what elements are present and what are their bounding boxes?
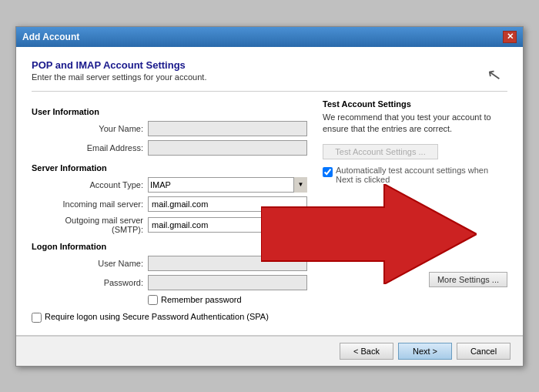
- main-layout: User Information Your Name: Email Addres…: [32, 99, 507, 323]
- spa-checkbox[interactable]: [32, 313, 42, 323]
- footer: < Back Next > Cancel: [16, 336, 523, 366]
- right-panel: Test Account Settings We recommend that …: [323, 99, 507, 323]
- test-settings-title: Test Account Settings: [323, 99, 507, 109]
- spa-row: Require logon using Secure Password Auth…: [32, 311, 307, 323]
- test-settings-button[interactable]: Test Account Settings ...: [323, 144, 438, 159]
- email-row: Email Address:: [32, 140, 307, 156]
- remember-row: Remember password: [148, 295, 307, 305]
- spa-label: Require logon using Secure Password Auth…: [45, 311, 269, 322]
- your-name-row: Your Name:: [32, 121, 307, 136]
- arrow-area: [323, 192, 507, 269]
- email-label: Email Address:: [32, 143, 143, 152]
- page-title: POP and IMAP Account Settings: [32, 59, 507, 71]
- test-settings-description: We recommend that you test your account …: [323, 112, 507, 136]
- add-account-window: Add Account ✕ POP and IMAP Account Setti…: [15, 26, 524, 367]
- outgoing-server-label: Outgoing mail server (SMTP):: [32, 216, 143, 234]
- next-button[interactable]: Next >: [398, 343, 452, 360]
- incoming-server-label: Incoming mail server:: [32, 199, 143, 209]
- your-name-input[interactable]: [148, 121, 307, 136]
- red-arrow-icon: [261, 184, 477, 284]
- back-button[interactable]: < Back: [340, 343, 393, 360]
- remember-label: Remember password: [161, 295, 242, 304]
- remember-checkbox[interactable]: [148, 295, 158, 305]
- user-info-heading: User Information: [32, 107, 307, 116]
- auto-test-label: Automatically test account settings when…: [336, 166, 507, 184]
- password-label: Password:: [32, 278, 143, 287]
- svg-marker-0: [261, 184, 477, 284]
- close-button[interactable]: ✕: [503, 31, 517, 43]
- window-title: Add Account: [22, 32, 79, 42]
- account-type-label: Account Type:: [32, 180, 143, 189]
- your-name-label: Your Name:: [32, 124, 143, 133]
- title-bar: Add Account ✕: [16, 27, 523, 47]
- page-subtitle: Enter the mail server settings for your …: [32, 72, 507, 82]
- cancel-button[interactable]: Cancel: [457, 343, 511, 360]
- content-area: POP and IMAP Account Settings Enter the …: [16, 47, 523, 336]
- auto-test-checkbox[interactable]: [323, 167, 333, 177]
- server-info-heading: Server Information: [32, 163, 307, 173]
- email-input[interactable]: [148, 140, 307, 156]
- auto-test-row: Automatically test account settings when…: [323, 166, 507, 184]
- username-label: User Name:: [32, 259, 143, 268]
